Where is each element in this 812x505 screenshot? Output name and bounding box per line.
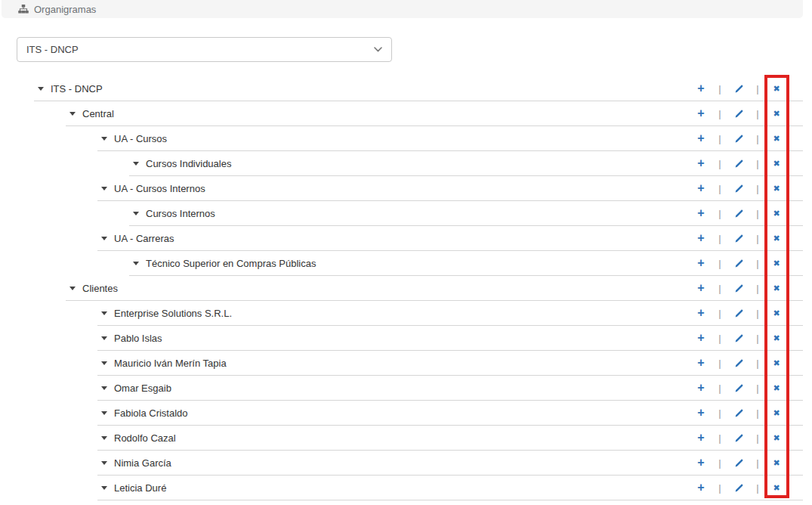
delete-node-button[interactable]: ✖: [770, 259, 783, 268]
caret-down-icon[interactable]: [101, 486, 107, 490]
tree-row: UA - Cursos Internos + | | ✖: [97, 176, 803, 201]
add-node-button[interactable]: +: [695, 482, 707, 494]
caret-down-icon[interactable]: [38, 87, 44, 91]
edit-node-button[interactable]: [733, 134, 745, 144]
tree-row-label: Leticia Duré: [114, 482, 166, 494]
add-node-button[interactable]: +: [695, 232, 707, 244]
delete-node-button[interactable]: ✖: [770, 434, 783, 442]
caret-down-icon[interactable]: [101, 461, 107, 465]
add-node-button[interactable]: +: [695, 307, 707, 319]
action-separator: |: [752, 133, 764, 144]
edit-node-button[interactable]: [733, 184, 745, 194]
caret-down-icon[interactable]: [69, 287, 76, 290]
action-separator: |: [714, 183, 726, 194]
row-actions: + | | ✖: [695, 332, 783, 344]
add-node-button[interactable]: +: [695, 207, 707, 219]
add-node-button[interactable]: +: [695, 82, 707, 94]
row-actions: + | | ✖: [695, 432, 783, 444]
action-separator: |: [752, 333, 764, 344]
edit-node-button[interactable]: [733, 283, 745, 293]
caret-down-icon[interactable]: [101, 436, 107, 440]
delete-node-button[interactable]: ✖: [770, 234, 783, 243]
row-actions: + | | ✖: [695, 407, 783, 419]
add-node-button[interactable]: +: [695, 457, 707, 469]
edit-node-button[interactable]: [733, 234, 745, 243]
caret-down-icon[interactable]: [101, 137, 107, 141]
action-separator: |: [714, 108, 726, 119]
caret-down-icon[interactable]: [101, 336, 107, 340]
edit-node-button[interactable]: [733, 483, 745, 493]
tree-row: Nimia García + | | ✖: [97, 451, 803, 476]
delete-node-button[interactable]: ✖: [770, 409, 783, 417]
add-node-button[interactable]: +: [695, 257, 707, 269]
action-separator: |: [752, 208, 764, 219]
delete-node-button[interactable]: ✖: [770, 85, 783, 93]
caret-down-icon[interactable]: [101, 311, 107, 315]
delete-node-button[interactable]: ✖: [770, 160, 783, 168]
edit-node-button[interactable]: [733, 308, 745, 318]
edit-node-button[interactable]: [733, 209, 745, 218]
delete-node-button[interactable]: ✖: [770, 284, 783, 293]
edit-node-button[interactable]: [733, 109, 745, 119]
edit-node-button[interactable]: [733, 383, 745, 393]
caret-down-icon[interactable]: [101, 411, 107, 415]
add-node-button[interactable]: +: [695, 382, 707, 394]
caret-down-icon[interactable]: [133, 162, 139, 166]
action-separator: |: [714, 358, 726, 369]
action-separator: |: [714, 133, 726, 144]
delete-node-button[interactable]: ✖: [770, 459, 783, 467]
caret-down-icon[interactable]: [101, 361, 107, 365]
tree-row: Clientes + | | ✖: [66, 276, 803, 301]
delete-node-button[interactable]: ✖: [770, 110, 783, 118]
delete-node-button[interactable]: ✖: [770, 209, 783, 218]
add-node-button[interactable]: +: [695, 182, 707, 194]
edit-node-button[interactable]: [733, 84, 745, 94]
organigrama-select[interactable]: ITS - DNCP: [17, 37, 392, 62]
edit-node-button[interactable]: [733, 333, 745, 343]
delete-node-button[interactable]: ✖: [770, 484, 783, 492]
edit-node-button[interactable]: [733, 433, 745, 443]
tree-row: Pablo Islas + | | ✖: [97, 326, 803, 351]
action-separator: |: [714, 208, 726, 219]
action-separator: |: [752, 432, 764, 444]
delete-node-button[interactable]: ✖: [770, 135, 783, 143]
tree-row-label: UA - Cursos: [114, 133, 167, 144]
action-separator: |: [752, 457, 764, 469]
edit-node-button[interactable]: [733, 159, 745, 169]
add-node-button[interactable]: +: [695, 332, 707, 344]
edit-node-button[interactable]: [733, 259, 745, 268]
caret-down-icon[interactable]: [101, 386, 107, 390]
edit-node-button[interactable]: [733, 408, 745, 418]
add-node-button[interactable]: +: [695, 132, 707, 144]
page-header: Organigramas: [2, 0, 803, 18]
delete-node-button[interactable]: ✖: [770, 359, 783, 367]
action-separator: |: [714, 333, 726, 344]
caret-down-icon[interactable]: [69, 112, 76, 116]
action-separator: |: [714, 308, 726, 319]
add-node-button[interactable]: +: [695, 432, 707, 444]
row-actions: + | | ✖: [695, 157, 783, 169]
delete-node-button[interactable]: ✖: [770, 384, 783, 392]
action-separator: |: [714, 457, 726, 469]
add-node-button[interactable]: +: [695, 107, 707, 119]
chevron-down-icon: [374, 47, 382, 52]
caret-down-icon[interactable]: [133, 212, 139, 215]
action-separator: |: [752, 308, 764, 319]
delete-node-button[interactable]: ✖: [770, 309, 783, 318]
edit-node-button[interactable]: [733, 358, 745, 368]
delete-node-button[interactable]: ✖: [770, 334, 783, 342]
delete-node-button[interactable]: ✖: [770, 184, 783, 193]
add-node-button[interactable]: +: [695, 357, 707, 369]
caret-down-icon[interactable]: [133, 262, 139, 265]
organigramas-page: Organigramas ITS - DNCP ITS - DNCP + | |: [0, 0, 812, 505]
add-node-button[interactable]: +: [695, 407, 707, 419]
action-separator: |: [714, 482, 726, 494]
add-node-button[interactable]: +: [695, 282, 707, 294]
row-actions: + | | ✖: [695, 232, 783, 244]
tree-row: Cursos Internos + | | ✖: [129, 201, 803, 226]
add-node-button[interactable]: +: [695, 157, 707, 169]
caret-down-icon[interactable]: [101, 187, 107, 191]
caret-down-icon[interactable]: [101, 237, 107, 240]
tree-row-label: Técnico Superior en Compras Públicas: [146, 258, 316, 269]
edit-node-button[interactable]: [733, 458, 745, 468]
